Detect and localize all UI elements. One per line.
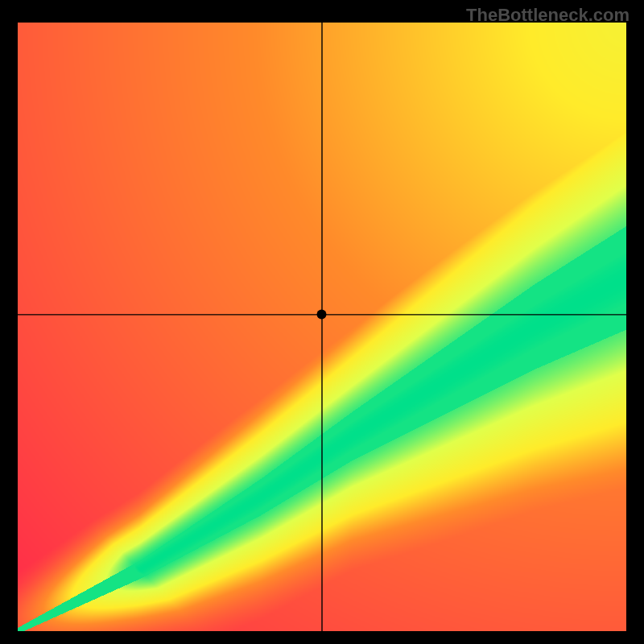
watermark-text: TheBottleneck.com — [466, 5, 630, 26]
plot-area — [18, 23, 626, 631]
chart-container: TheBottleneck.com — [0, 0, 644, 644]
heatmap-canvas — [18, 23, 626, 631]
